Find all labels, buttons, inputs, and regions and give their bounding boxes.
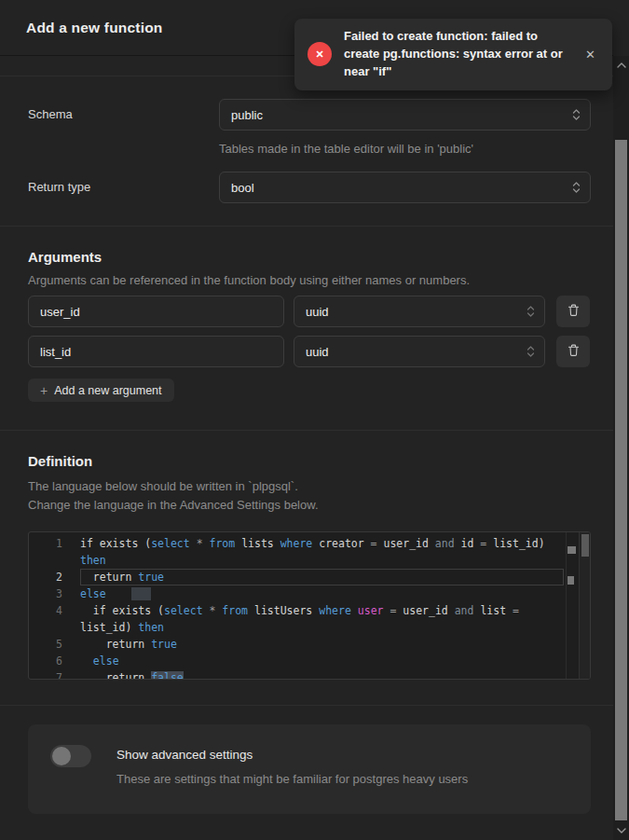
scrollbar-thumb[interactable] (615, 140, 627, 820)
scrollbar-up-arrow[interactable] (613, 58, 629, 73)
argument-name-input[interactable]: list_id (28, 336, 284, 367)
error-toast: ✕ Failed to create function: failed to c… (294, 19, 612, 90)
argument-row: list_id uuid (28, 336, 591, 367)
arguments-title: Arguments (28, 249, 591, 265)
add-function-panel: Add a new function Schema public Tables … (0, 0, 613, 836)
schema-select[interactable]: public (219, 99, 591, 131)
trash-icon (567, 344, 580, 360)
advanced-settings-description: These are settings that might be familia… (116, 772, 468, 786)
definition-title: Definition (28, 453, 591, 469)
argument-type-select[interactable]: uuid (294, 336, 545, 367)
argument-row: user_id uuid (28, 296, 591, 327)
sql-code-editor[interactable]: 1if exists (select * from lists where cr… (28, 531, 591, 680)
argument-type-value: uuid (306, 345, 329, 359)
argument-name-input[interactable]: user_id (28, 296, 284, 327)
schema-help-text: Tables made in the table editor will be … (219, 142, 591, 156)
chevron-updown-icon (572, 108, 581, 122)
definition-description-2: Change the language in the Advanced Sett… (28, 496, 591, 515)
plus-icon: + (40, 384, 48, 397)
definition-section: Definition The language below should be … (0, 431, 613, 706)
toast-message: Failed to create function: failed to cre… (344, 28, 569, 81)
toast-close-button[interactable]: ✕ (581, 44, 599, 65)
chevron-updown-icon (526, 345, 535, 359)
toggle-knob (52, 747, 71, 765)
definition-description-1: The language below should be written in … (28, 477, 591, 496)
argument-name-value: list_id (40, 345, 71, 359)
schema-label: Schema (28, 99, 219, 121)
editor-scrollbar[interactable] (579, 532, 590, 679)
schema-section: Schema public Tables made in the table e… (0, 76, 613, 227)
chevron-updown-icon (526, 305, 535, 319)
return-type-select-value: bool (231, 181, 254, 195)
advanced-settings-card: Show advanced settings These are setting… (28, 724, 591, 814)
editor-minimap (566, 532, 579, 679)
chevron-updown-icon (572, 181, 581, 195)
add-argument-button[interactable]: + Add a new argument (28, 379, 174, 402)
close-icon: ✕ (585, 48, 595, 62)
return-type-row: Return type bool (28, 172, 591, 203)
schema-row: Schema public Tables made in the table e… (28, 99, 591, 156)
advanced-settings-toggle[interactable] (50, 745, 91, 767)
advanced-settings-section: Show advanced settings These are setting… (0, 706, 613, 836)
schema-select-value: public (231, 108, 263, 122)
arguments-description: Arguments can be referenced in the funct… (28, 273, 591, 287)
trash-icon (567, 304, 580, 320)
error-icon: ✕ (308, 42, 332, 66)
scrollbar-down-arrow[interactable] (613, 823, 629, 838)
arguments-section: Arguments Arguments can be referenced in… (0, 227, 613, 431)
add-argument-label: Add a new argument (54, 384, 161, 397)
editor-scrollbar-thumb[interactable] (581, 534, 589, 557)
page-title: Add a new function (26, 20, 163, 36)
argument-type-select[interactable]: uuid (294, 296, 545, 327)
argument-type-value: uuid (306, 305, 329, 319)
delete-argument-button[interactable] (556, 336, 590, 367)
delete-argument-button[interactable] (556, 296, 590, 327)
code-lines: 1if exists (select * from lists where cr… (29, 532, 590, 680)
return-type-select[interactable]: bool (219, 172, 591, 203)
argument-name-value: user_id (40, 305, 80, 319)
advanced-settings-title: Show advanced settings (116, 745, 468, 762)
page-scrollbar[interactable] (613, 56, 629, 840)
return-type-label: Return type (28, 172, 219, 194)
